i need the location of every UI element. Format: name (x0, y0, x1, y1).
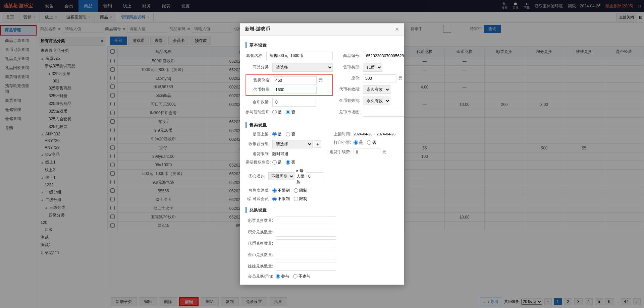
on-sale-no[interactable]: 否 (286, 131, 295, 137)
sale-right-col: 上架时间: 2024-04-26 ~ 2074-04-26 打印小票: 是 否 … (327, 131, 398, 204)
category-label: 商品分类: (246, 64, 272, 70)
form-row-saleable-member: ⓪ 可购会员: 不限制 限制 (246, 196, 323, 202)
doll-exchange-label: 娃娃兑换数量: (246, 263, 276, 269)
member-period-select[interactable]: 不限周期 (268, 172, 294, 180)
on-sale-time-value: 2024-04-26 ~ 2074-04-26 (354, 132, 395, 136)
auth-sale-yes[interactable]: 是 (272, 160, 282, 165)
member-discount-no-radio[interactable] (293, 274, 298, 279)
token-validity-select[interactable]: 永久有效 (363, 85, 390, 94)
return-limit-value: 随时可退 (272, 151, 288, 157)
modal-add-game-coin: 新增-游戏币 ✕ 基本设置 套餐名称: 商品分类: 请选择 (240, 23, 404, 285)
form-row-suite-name: 套餐名称: (246, 52, 333, 60)
original-price-input[interactable] (363, 74, 396, 82)
form-row-token-market: 兑币市场签: (336, 108, 404, 117)
suite-name-input[interactable] (266, 52, 333, 60)
auth-sale-no-radio[interactable] (286, 160, 290, 165)
smart-token-yes[interactable]: 是 (272, 109, 282, 115)
ticket-exchange-label: 彩票兑换数量: (246, 218, 276, 224)
on-sale-yes[interactable]: 是 (272, 131, 282, 137)
form-row-sale-type: 售币类型: 代币 (336, 63, 404, 72)
modal-two-columns: 套餐名称: 商品分类: 请选择 售卖价格: (246, 52, 398, 119)
print-ticket-no-radio[interactable] (367, 140, 371, 145)
auth-sale-no[interactable]: 否 (286, 160, 295, 165)
form-row-member-purchase: ①会员购: 不限周期 ▸ 每人限购 (246, 168, 323, 185)
form-row-product-code: 商品编号: (336, 52, 404, 60)
smart-token-yes-radio[interactable] (272, 110, 277, 114)
modal-left-col: 套餐名称: 商品分类: 请选择 售卖价格: (246, 52, 333, 119)
gold-exchange-input[interactable] (276, 251, 336, 259)
original-price-unit: 元 (398, 75, 402, 81)
product-code-modal-input[interactable] (363, 52, 404, 60)
form-row-token-count: 代币数量: (246, 86, 332, 94)
on-sale-radio: 是 否 (272, 131, 295, 137)
smart-token-no-radio[interactable] (286, 110, 290, 114)
sale-platform-unlimited-radio[interactable] (272, 188, 277, 193)
cashier-add-btn[interactable]: + (314, 140, 321, 148)
gold-count-input[interactable] (272, 98, 316, 107)
form-row-on-sale: 是否上架: 是 否 (246, 131, 323, 137)
point-exchange-input[interactable] (276, 228, 336, 237)
sale-platform-unlimited[interactable]: 不限制 (272, 188, 290, 193)
suite-name-label: 套餐名称: (246, 53, 266, 59)
member-discount-no[interactable]: 不参与 (293, 273, 311, 279)
form-row-original-price: 原价: 元 (336, 74, 404, 82)
member-purchase-controls: 不限周期 ▸ 每人限购 (268, 168, 323, 185)
return-fee-input[interactable] (354, 148, 380, 156)
sale-price-unit: 元 (319, 77, 323, 83)
token-exchange-label: 代币兑换数量: (246, 241, 276, 246)
sale-type-select[interactable]: 代币 (363, 63, 382, 72)
smart-token-no[interactable]: 否 (286, 109, 295, 115)
gold-count-label: 金币数量: (246, 99, 272, 105)
gold-exchange-label: 金币兑换数量: (246, 252, 276, 258)
saleable-member-unlimited-radio[interactable] (272, 197, 277, 201)
doll-exchange-input[interactable] (276, 262, 336, 271)
sale-platform-limited-radio[interactable] (294, 188, 298, 193)
category-select[interactable]: 请选择 (272, 63, 333, 72)
sale-platform-limited[interactable]: 限制 (294, 188, 307, 193)
token-validity-label: 代币有效期: (336, 86, 363, 92)
saleable-member-limited[interactable]: 限制 (294, 196, 307, 202)
print-ticket-yes-radio[interactable] (354, 140, 358, 145)
on-sale-no-radio[interactable] (286, 132, 290, 136)
modal-overlay[interactable]: 新增-游戏币 ✕ 基本设置 套餐名称: 商品分类: 请选择 (0, 0, 644, 308)
form-row-print-ticket: 打印小票: 是 否 (327, 140, 398, 145)
smart-token-radio: 是 否 (272, 109, 295, 115)
form-row-gold-count: 金币数量: (246, 98, 333, 107)
auth-sale-label: 需要授权售卖: (246, 160, 272, 165)
form-row-gold-exchange: 金币兑换数量: (246, 251, 398, 259)
modal-close-btn[interactable]: ✕ (395, 26, 399, 33)
saleable-member-limited-radio[interactable] (294, 197, 298, 201)
form-row-sale-platform: 可售卖终端: 不限制 限制 (246, 188, 323, 193)
gold-validity-select[interactable]: 永久有效 (363, 97, 390, 105)
form-row-point-exchange: 积分兑换数量: (246, 228, 398, 237)
cashier-group-select[interactable]: 请选择 (272, 140, 313, 148)
return-fee-label: 退货手续费: (327, 149, 354, 155)
member-discount-radio: 参与 不参与 (276, 273, 311, 279)
form-row-return-limit: 退货限制: 随时可退 (246, 151, 323, 157)
saleable-member-unlimited[interactable]: 不限制 (272, 196, 290, 202)
ticket-exchange-input[interactable] (276, 217, 336, 225)
member-purchase-label: ①会员购: (246, 174, 268, 179)
form-row-return-fee: 退货手续费: 元 (327, 148, 398, 156)
sale-price-label: 售卖价格: (246, 77, 273, 83)
token-exchange-input[interactable] (276, 239, 336, 248)
sale-price-input[interactable] (273, 76, 317, 84)
return-fee-unit: 元 (382, 149, 386, 155)
member-discount-yes-radio[interactable] (276, 274, 280, 279)
smart-token-label: 参与智能售币: (246, 109, 272, 115)
modal-body: 基本设置 套餐名称: 商品分类: 请选择 (240, 36, 404, 285)
member-discount-yes[interactable]: 参与 (276, 273, 289, 279)
per-limit-input[interactable] (307, 172, 323, 180)
print-ticket-no[interactable]: 否 (367, 140, 376, 145)
original-price-label: 原价: (336, 75, 363, 81)
modal-right-col: 商品编号: 售币类型: 代币 原价: 元 (336, 52, 404, 119)
exchange-settings-title: 兑换设置 (246, 207, 398, 213)
form-row-ticket-exchange: 彩票兑换数量: (246, 217, 398, 225)
on-sale-yes-radio[interactable] (272, 132, 277, 136)
token-count-input[interactable] (273, 86, 317, 94)
token-market-input[interactable] (363, 108, 404, 117)
cashier-group-label: 收银台分组: (246, 141, 272, 147)
auth-sale-yes-radio[interactable] (272, 160, 277, 165)
sale-settings-columns: 是否上架: 是 否 收银台分组: 请选择 + 退 (246, 131, 398, 204)
print-ticket-yes[interactable]: 是 (354, 140, 363, 145)
